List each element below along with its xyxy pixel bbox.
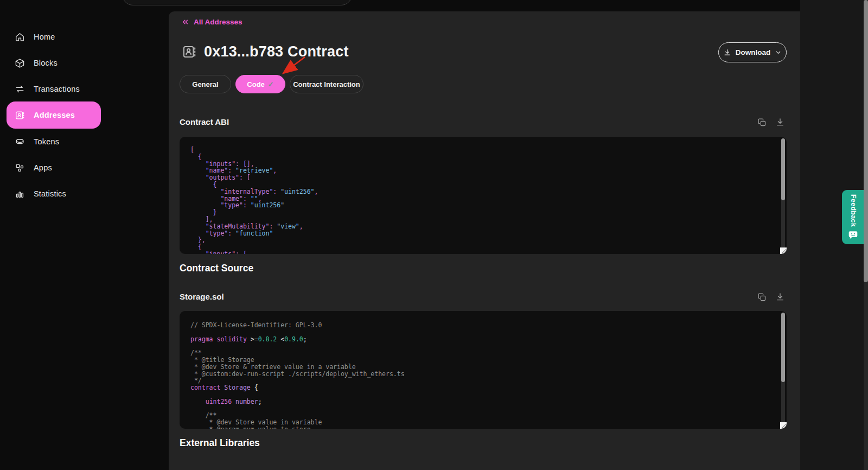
file-name-heading: Storage.sol — [180, 292, 224, 301]
double-chevron-left-icon — [181, 18, 189, 26]
tab-label: Code — [247, 80, 265, 88]
coin-icon — [15, 137, 25, 147]
sidebar-item-label: Apps — [34, 163, 52, 172]
sidebar-item-home[interactable]: Home — [7, 23, 101, 50]
code-scrollbar-thumb[interactable] — [781, 138, 785, 200]
page-title-row: 0x13...b783 Contract — [182, 43, 349, 60]
tab-contract-interaction[interactable]: Contract Interaction — [290, 75, 363, 93]
code-scrollbar-thumb[interactable] — [781, 313, 785, 382]
download-button-label: Download — [736, 48, 771, 56]
contract-abi-code-block[interactable]: [ { "inputs": [], "name": "retrieve", "o… — [180, 137, 787, 254]
download-button[interactable]: Download — [718, 42, 787, 62]
copy-icon[interactable] — [757, 293, 767, 302]
download-icon[interactable] — [775, 292, 785, 302]
feedback-tab[interactable]: Feedback — [842, 190, 864, 244]
download-icon — [723, 48, 731, 56]
contact-card-icon — [15, 110, 25, 120]
code-scrollbar[interactable] — [781, 138, 785, 252]
sidebar-item-blocks[interactable]: Blocks — [7, 49, 101, 77]
contract-source-heading: Contract Source — [180, 263, 253, 274]
contact-card-icon — [182, 45, 196, 59]
feedback-label: Feedback — [850, 194, 857, 227]
download-icon[interactable] — [775, 117, 785, 127]
contract-abi-code: [ { "inputs": [], "name": "retrieve", "o… — [180, 137, 787, 254]
tab-code[interactable]: Code ✓ — [235, 75, 285, 93]
breadcrumb-label: All Addresses — [194, 18, 242, 26]
app-window: Home Blocks Transactions Addresses Token… — [0, 0, 868, 470]
contract-abi-heading: Contract ABI — [180, 117, 229, 126]
swap-arrows-icon — [15, 84, 25, 94]
sidebar-item-label: Tokens — [34, 137, 59, 146]
source-code-block[interactable]: // SPDX-License-Identifier: GPL-3.0 prag… — [180, 311, 787, 429]
sidebar-item-label: Transactions — [34, 85, 80, 93]
chat-smiley-icon — [848, 231, 858, 239]
cube-icon — [15, 58, 25, 68]
copy-icon[interactable] — [757, 118, 767, 127]
sidebar-item-label: Home — [34, 33, 55, 41]
tab-general[interactable]: General — [180, 75, 231, 93]
sidebar-item-tokens[interactable]: Tokens — [7, 128, 101, 155]
home-icon — [15, 32, 25, 42]
chevron-down-icon — [775, 49, 782, 56]
sidebar-item-apps[interactable]: Apps — [7, 154, 101, 181]
tab-label: General — [192, 80, 218, 88]
page-scrollbar[interactable] — [864, 0, 868, 470]
sidebar-item-label: Addresses — [34, 111, 75, 119]
search-input[interactable] — [122, 0, 352, 5]
bar-chart-icon — [15, 189, 25, 199]
page-scrollbar-thumb[interactable] — [864, 0, 868, 282]
verified-check-icon: ✓ — [268, 80, 274, 88]
sidebar-item-statistics[interactable]: Statistics — [7, 180, 101, 207]
apps-grid-icon — [15, 163, 25, 173]
source-code: // SPDX-License-Identifier: GPL-3.0 prag… — [180, 311, 787, 429]
external-libraries-heading: External Libraries — [180, 437, 260, 449]
sidebar-item-label: Blocks — [34, 59, 58, 67]
page-title: 0x13...b783 Contract — [204, 43, 349, 60]
tab-label: Contract Interaction — [293, 80, 360, 88]
breadcrumb[interactable]: All Addresses — [181, 18, 242, 26]
sidebar-item-label: Statistics — [34, 189, 66, 198]
sidebar-item-addresses[interactable]: Addresses — [7, 101, 101, 129]
sidebar-item-transactions[interactable]: Transactions — [7, 75, 101, 103]
code-scrollbar[interactable] — [781, 313, 785, 427]
